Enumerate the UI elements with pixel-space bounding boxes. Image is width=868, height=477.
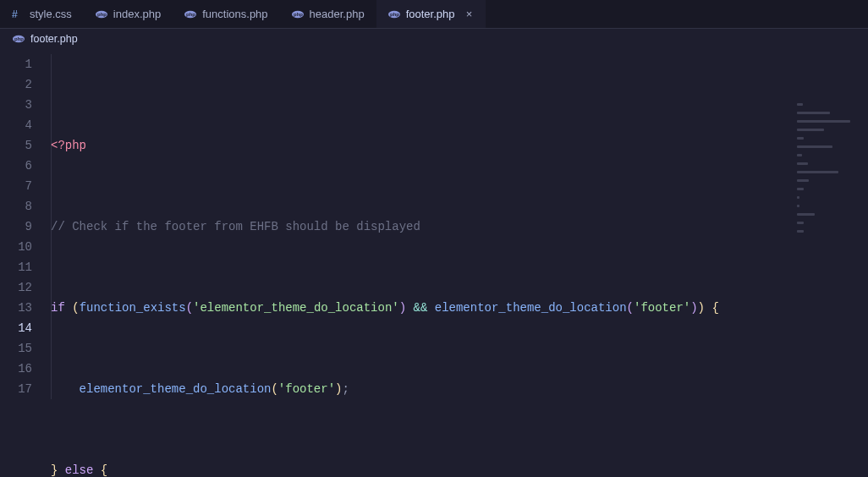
line-number: 5 — [0, 135, 51, 156]
line-number: 10 — [0, 237, 51, 257]
code-line[interactable]: elementor_theme_do_location('footer'); — [51, 379, 868, 399]
line-number-gutter: 1234567891011121314151617 — [0, 49, 51, 477]
php-file-icon: php — [291, 8, 305, 21]
tab-bar: # style.css php index.php php functions.… — [0, 0, 868, 29]
line-number: 2 — [0, 74, 51, 95]
svg-text:php: php — [390, 12, 399, 17]
line-number: 4 — [0, 115, 51, 135]
code-editor[interactable]: 1234567891011121314151617 <?php // Check… — [0, 49, 868, 477]
line-number: 17 — [0, 379, 51, 399]
code-line[interactable]: // Check if the footer from EHFB should … — [51, 217, 868, 237]
line-number: 16 — [0, 359, 51, 379]
code-line[interactable]: } else { — [51, 460, 868, 477]
svg-text:php: php — [186, 12, 195, 17]
line-number: 9 — [0, 217, 51, 237]
line-number: 6 — [0, 156, 51, 176]
tab-label: footer.php — [406, 8, 455, 20]
php-file-icon: php — [184, 8, 197, 21]
line-number: 12 — [0, 277, 51, 298]
code-line[interactable]: <?php — [51, 135, 868, 156]
tab-label: functions.php — [202, 8, 267, 20]
css-file-icon: # — [11, 8, 25, 21]
tab-functions-php[interactable]: php functions.php — [173, 0, 279, 28]
svg-text:php: php — [294, 12, 303, 17]
php-file-icon: php — [95, 8, 108, 21]
tab-footer-php[interactable]: php footer.php × — [376, 0, 487, 28]
line-number: 15 — [0, 338, 51, 359]
tab-label: header.php — [310, 8, 365, 20]
tab-header-php[interactable]: php header.php — [280, 0, 376, 28]
breadcrumb-label[interactable]: footer.php — [30, 33, 78, 45]
tab-label: index.php — [113, 8, 161, 20]
line-number: 13 — [0, 298, 51, 318]
close-icon[interactable]: × — [463, 8, 475, 20]
line-number: 14 — [0, 318, 51, 338]
breadcrumb: php footer.php — [0, 29, 868, 49]
php-file-icon: php — [12, 32, 25, 46]
code-line[interactable]: if (function_exists('elementor_theme_do_… — [51, 298, 868, 318]
line-number: 8 — [0, 196, 51, 217]
line-number: 11 — [0, 257, 51, 277]
code-area[interactable]: <?php // Check if the footer from EHFB s… — [51, 49, 868, 477]
vertical-scrollbar[interactable] — [856, 98, 868, 477]
tab-label: style.css — [30, 8, 72, 20]
svg-text:php: php — [14, 36, 24, 41]
line-number: 1 — [0, 54, 51, 74]
php-file-icon: php — [387, 8, 401, 21]
tab-index-php[interactable]: php index.php — [84, 0, 173, 28]
tab-style-css[interactable]: # style.css — [0, 0, 84, 28]
svg-text:php: php — [97, 12, 107, 17]
svg-text:#: # — [12, 8, 18, 20]
line-number: 3 — [0, 95, 51, 115]
line-number: 7 — [0, 176, 51, 196]
